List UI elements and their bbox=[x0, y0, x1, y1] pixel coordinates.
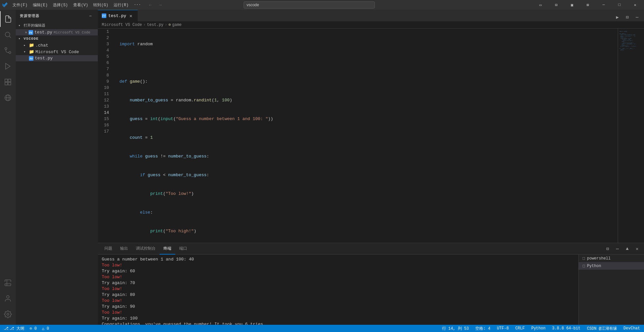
panel-maximize-icon[interactable]: ▲ bbox=[623, 244, 632, 253]
svg-point-0 bbox=[5, 32, 10, 37]
microsoft-vscode-folder-icon: 📁 bbox=[29, 49, 34, 54]
code-line-1: import random bbox=[119, 41, 612, 47]
app-logo bbox=[0, 0, 10, 10]
code-line-5: guess = int(input("Guess a number betwee… bbox=[119, 116, 612, 122]
code-line-2 bbox=[119, 60, 612, 66]
sidebar-new-file-icon[interactable]: ⋯ bbox=[87, 12, 94, 19]
nav-buttons: ← → bbox=[146, 1, 164, 9]
statusbar-python-version-label: 3.8.8 64-bit bbox=[552, 326, 580, 331]
code-editor[interactable]: 1 2 3 4 5 6 7 8 9 10 11 12 13 14 15 16 1 bbox=[98, 29, 644, 243]
menu-bar: 文件(F) 编辑(E) 选择(S) 查看(V) 转到(G) 运行(R) ··· bbox=[10, 0, 143, 10]
menu-select[interactable]: 选择(S) bbox=[50, 0, 71, 10]
statusbar-warnings[interactable]: △ 0 bbox=[41, 325, 51, 332]
chat-folder-label: .chat bbox=[35, 43, 48, 48]
sidebar-header-actions: ⋯ bbox=[87, 12, 94, 19]
menu-file[interactable]: 文件(F) bbox=[10, 0, 30, 10]
panel-close-icon[interactable]: ✕ bbox=[633, 244, 641, 253]
search-input[interactable] bbox=[244, 1, 375, 9]
breadcrumb-game[interactable]: game bbox=[172, 23, 182, 27]
breadcrumb-testpy[interactable]: test.py bbox=[147, 23, 163, 27]
terminal-line-5: Try again: 70 bbox=[102, 280, 574, 286]
close-editor-icon[interactable]: ✕ bbox=[25, 30, 27, 34]
sidebar-item-microsoft-vscode[interactable]: ▾ 📁 Microsoft VS Code bbox=[16, 49, 98, 55]
layout-icon-2[interactable]: ⊟ bbox=[549, 0, 564, 10]
terminal-line-4: Too low! bbox=[102, 274, 574, 280]
python-file-icon: py bbox=[29, 30, 33, 35]
test-activity-icon[interactable] bbox=[0, 275, 16, 291]
nav-back-button[interactable]: ← bbox=[146, 1, 155, 9]
menu-view[interactable]: 查看(V) bbox=[71, 0, 91, 10]
panel-tab-problems[interactable]: 问题 bbox=[100, 243, 116, 255]
panel-tab-debug[interactable]: 调试控制台 bbox=[132, 243, 160, 255]
search-bar bbox=[244, 1, 375, 9]
svg-point-2 bbox=[5, 48, 7, 50]
menu-more[interactable]: ··· bbox=[131, 0, 144, 10]
run-activity-icon[interactable] bbox=[0, 58, 16, 74]
account-activity-icon[interactable] bbox=[0, 291, 16, 306]
run-action-icon[interactable]: ▶ bbox=[613, 13, 622, 21]
layout-icon-4[interactable]: ⊞ bbox=[580, 0, 595, 10]
svg-rect-5 bbox=[5, 79, 8, 82]
line-num-12: 12 bbox=[98, 97, 112, 103]
sidebar-item-chat[interactable]: ▸ 📁 .chat bbox=[16, 42, 98, 49]
settings-activity-icon[interactable] bbox=[0, 306, 16, 322]
statusbar-indent[interactable]: 空格: 4 bbox=[474, 325, 492, 332]
minimize-button[interactable]: ─ bbox=[596, 0, 611, 10]
breadcrumb-microsoft-vscode[interactable]: Microsoft VS Code bbox=[102, 23, 142, 27]
statusbar-language[interactable]: Python bbox=[530, 325, 547, 332]
statusbar-encoding-label: UTF-8 bbox=[497, 326, 509, 331]
main-container: 资源管理器 ⋯ ▾ 打开的编辑器 ✕ py test.py Microsoft … bbox=[0, 10, 644, 325]
statusbar-branch[interactable]: ⎇ ⎇ 大纲 bbox=[3, 325, 26, 332]
statusbar-encoding[interactable]: UTF-8 bbox=[496, 325, 510, 332]
layout-icon-3[interactable]: ▣ bbox=[565, 0, 580, 10]
panel-more-icon[interactable]: ⋯ bbox=[613, 244, 622, 253]
shell-powershell[interactable]: ⬚ powershell bbox=[579, 255, 644, 262]
statusbar-errors[interactable]: ⊙ 0 bbox=[28, 325, 38, 332]
vscode-root-section[interactable]: ▾ VSCODE bbox=[16, 35, 98, 42]
statusbar-csdn[interactable]: CSDN @江湖有缘 bbox=[586, 325, 618, 332]
statusbar-devchat-label: DevChat bbox=[624, 326, 640, 331]
terminal-line-2: Too low! bbox=[102, 262, 574, 268]
line-num-6: 6 bbox=[98, 60, 112, 66]
terminal-area[interactable]: Guess a number between 1 and 100: 40 Too… bbox=[98, 255, 578, 325]
statusbar-python-version[interactable]: 3.8.8 64-bit bbox=[551, 325, 582, 332]
terminal-line-6: Too low! bbox=[102, 286, 574, 292]
menu-edit[interactable]: 编辑(E) bbox=[30, 0, 51, 10]
tab-bar-actions: ▶ ⊟ ⋯ bbox=[611, 13, 644, 21]
extensions-activity-icon[interactable] bbox=[0, 74, 16, 90]
statusbar-cursor[interactable]: 行 14, 列 53 bbox=[441, 325, 470, 332]
source-control-activity-icon[interactable] bbox=[0, 43, 16, 58]
tab-testpy-close[interactable]: ✕ bbox=[128, 13, 134, 18]
microsoft-vscode-folder-arrow: ▾ bbox=[24, 50, 28, 54]
layout-icon-1[interactable]: ▭ bbox=[533, 0, 548, 10]
code-line-9: print("Too low!") bbox=[119, 191, 612, 197]
open-editors-section[interactable]: ▾ 打开的编辑器 bbox=[16, 22, 98, 29]
panel-tab-terminal[interactable]: 终端 bbox=[160, 243, 175, 255]
split-editor-icon[interactable]: ⊟ bbox=[623, 13, 632, 21]
panel-layout-icon[interactable]: ⊟ bbox=[603, 244, 612, 253]
menu-run[interactable]: 运行(R) bbox=[111, 0, 131, 10]
explorer-activity-icon[interactable] bbox=[0, 11, 16, 27]
maximize-button[interactable]: □ bbox=[612, 0, 627, 10]
line-num-15: 15 bbox=[98, 116, 112, 122]
tab-testpy[interactable]: py test.py ✕ bbox=[98, 10, 138, 21]
panel-tab-ports[interactable]: 端口 bbox=[175, 243, 191, 255]
search-activity-icon[interactable] bbox=[0, 27, 16, 43]
remote-activity-icon[interactable] bbox=[0, 90, 16, 106]
open-editor-item-testpy[interactable]: ✕ py test.py Microsoft VS Code bbox=[16, 29, 98, 35]
shell-python[interactable]: ⬚ Python bbox=[579, 262, 644, 270]
statusbar-left: ⎇ ⎇ 大纲 ⊙ 0 △ 0 bbox=[3, 325, 50, 332]
menu-goto[interactable]: 转到(G) bbox=[91, 0, 111, 10]
code-content[interactable]: import random def game(): number_to_gues… bbox=[114, 29, 618, 243]
statusbar-devchat[interactable]: DevChat bbox=[622, 325, 641, 332]
statusbar-eol[interactable]: CRLF bbox=[514, 325, 526, 332]
breadcrumb-sep1: › bbox=[143, 23, 145, 27]
line-numbers: 1 2 3 4 5 6 7 8 9 10 11 12 13 14 15 16 1 bbox=[98, 29, 114, 243]
sidebar-item-testpy[interactable]: py test.py bbox=[16, 55, 98, 61]
more-actions-icon[interactable]: ⋯ bbox=[633, 13, 641, 21]
line-num-13: 13 bbox=[98, 103, 112, 110]
nav-forward-button[interactable]: → bbox=[156, 1, 164, 9]
close-button[interactable]: ✕ bbox=[628, 0, 643, 10]
panel-tab-output[interactable]: 输出 bbox=[116, 243, 132, 255]
svg-rect-6 bbox=[8, 79, 11, 82]
